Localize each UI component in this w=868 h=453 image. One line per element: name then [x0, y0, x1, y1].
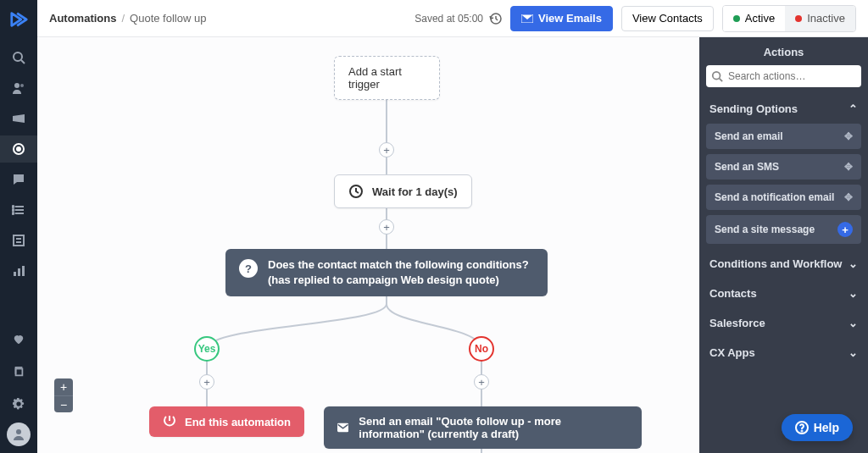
start-trigger-node[interactable]: Add a start trigger [334, 56, 440, 100]
add-step-button[interactable]: + [474, 374, 489, 389]
clock-icon [348, 184, 364, 199]
help-button[interactable]: Help [782, 414, 853, 441]
drag-handle-icon: ✥ [844, 191, 853, 203]
svg-rect-17 [22, 266, 25, 276]
condition-node[interactable]: ? Does the contact match the following c… [225, 249, 548, 296]
action-send-sms[interactable]: Send an SMS ✥ [706, 154, 861, 180]
toggle-inactive[interactable]: Inactive [785, 6, 855, 31]
automation-canvas[interactable]: Add a start trigger + Wait for 1 day(s) … [37, 37, 699, 453]
zoom-controls: + − [54, 378, 73, 412]
section-cx-apps[interactable]: CX Apps ⌄ [699, 338, 868, 367]
section-contacts[interactable]: Contacts ⌄ [699, 279, 868, 308]
actions-panel-title: Actions [699, 37, 868, 65]
send-email-node[interactable]: Send an email "Quote follow up - more in… [324, 406, 642, 449]
end-automation-node[interactable]: End this automation [149, 406, 304, 437]
app-logo[interactable] [8, 8, 30, 30]
svg-rect-15 [14, 272, 16, 276]
add-icon: + [837, 222, 853, 237]
history-icon[interactable] [488, 12, 502, 25]
chevron-down-icon: ⌄ [849, 346, 858, 359]
status-toggle: Active Inactive [722, 5, 856, 32]
end-icon [163, 415, 176, 428]
email-icon [521, 14, 533, 23]
help-icon [795, 421, 809, 434]
view-contacts-button[interactable]: View Contacts [621, 6, 714, 31]
breadcrumb-sep: / [121, 12, 125, 25]
nav-conversations-icon[interactable] [0, 166, 37, 193]
svg-rect-18 [16, 369, 23, 376]
nav-favorites-icon[interactable] [0, 326, 37, 353]
svg-point-3 [20, 84, 24, 87]
send-email-label: Send an email "Quote follow up - more in… [359, 415, 628, 440]
left-nav-rail [0, 0, 37, 453]
wait-label: Wait for 1 day(s) [372, 185, 458, 198]
nav-copy-icon[interactable] [0, 358, 37, 385]
user-avatar[interactable] [7, 423, 31, 446]
nav-settings-icon[interactable] [0, 390, 37, 417]
action-send-notification[interactable]: Send a notification email ✥ [706, 185, 861, 210]
svg-point-31 [801, 431, 802, 432]
section-conditions-workflow[interactable]: Conditions and Workflow ⌄ [699, 249, 868, 279]
drag-handle-icon: ✥ [844, 161, 853, 173]
chevron-down-icon: ⌄ [849, 287, 858, 300]
add-step-button[interactable]: + [199, 374, 214, 389]
add-step-button[interactable]: + [379, 219, 394, 235]
nav-contacts-icon[interactable] [0, 75, 37, 102]
wait-node[interactable]: Wait for 1 day(s) [334, 174, 472, 208]
svg-point-11 [13, 213, 14, 214]
svg-line-1 [21, 60, 25, 64]
section-sending-options[interactable]: Sending Options ⌃ [699, 94, 868, 124]
nav-reports-icon[interactable] [0, 257, 37, 285]
nav-forms-icon[interactable] [0, 227, 37, 254]
add-step-button[interactable]: + [379, 142, 394, 157]
condition-text: Does the contact match the following con… [268, 257, 534, 288]
branch-yes[interactable]: Yes [194, 336, 220, 362]
svg-rect-12 [14, 235, 24, 246]
zoom-out-button[interactable]: − [54, 395, 73, 412]
toggle-active[interactable]: Active [723, 6, 785, 31]
nav-lists-icon[interactable] [0, 196, 37, 224]
zoom-in-button[interactable]: + [54, 378, 73, 395]
chevron-up-icon: ⌃ [849, 102, 858, 115]
section-salesforce[interactable]: Salesforce ⌄ [699, 308, 868, 338]
svg-point-19 [16, 429, 21, 434]
inactive-dot-icon [795, 15, 802, 22]
active-dot-icon [733, 15, 740, 22]
email-icon [337, 422, 348, 434]
svg-point-10 [13, 209, 14, 211]
nav-campaigns-icon[interactable] [0, 105, 37, 132]
chevron-down-icon: ⌄ [849, 317, 858, 329]
svg-rect-16 [18, 268, 20, 276]
end-automation-label: End this automation [185, 416, 291, 428]
drag-handle-icon: ✥ [844, 130, 853, 142]
actions-panel: Actions Sending Options ⌃ Send an email … [699, 37, 868, 453]
question-icon: ? [239, 259, 258, 278]
view-emails-button[interactable]: View Emails [510, 6, 613, 31]
svg-point-5 [17, 147, 20, 151]
svg-point-2 [14, 83, 19, 88]
actions-search-input[interactable] [706, 65, 861, 87]
start-trigger-label: Add a start trigger [348, 65, 426, 91]
top-bar: Automations / Quote follow up Saved at 0… [37, 0, 868, 37]
breadcrumb: Automations / Quote follow up [49, 12, 206, 25]
svg-point-0 [14, 52, 22, 61]
nav-automations-icon[interactable] [0, 135, 37, 163]
saved-status: Saved at 05:00 [415, 12, 502, 25]
action-send-email[interactable]: Send an email ✥ [706, 124, 861, 149]
branch-no[interactable]: No [469, 336, 494, 362]
breadcrumb-leaf: Quote follow up [130, 12, 206, 25]
svg-point-9 [13, 206, 14, 207]
chevron-down-icon: ⌄ [849, 257, 858, 270]
nav-search-icon[interactable] [0, 44, 37, 71]
breadcrumb-root[interactable]: Automations [49, 12, 116, 25]
action-send-site-message[interactable]: Send a site message + [706, 215, 861, 244]
